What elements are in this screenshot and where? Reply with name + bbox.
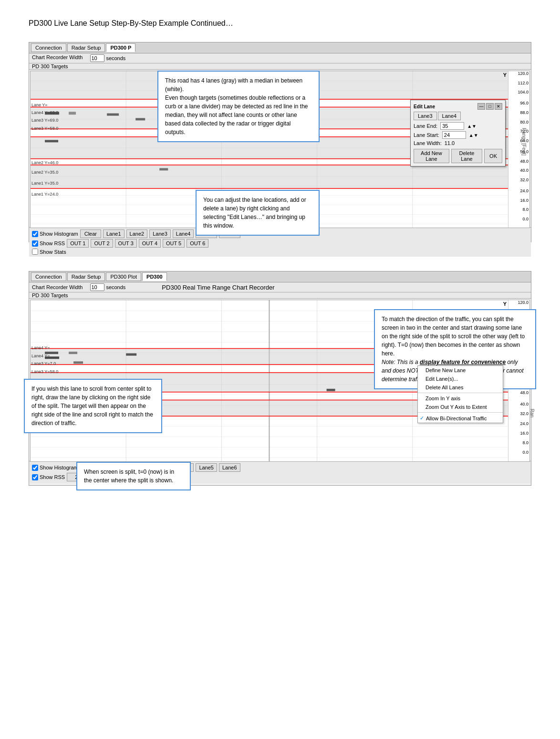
- out5-btn-1[interactable]: OUT 5: [163, 239, 185, 248]
- width-unit-1: seconds: [106, 55, 125, 61]
- svg-rect-18: [69, 112, 76, 114]
- y-val-16: 16.0: [520, 198, 529, 203]
- lane-width-field: Lane Width: 11.0: [414, 140, 502, 146]
- rss-checkbox-2[interactable]: [32, 474, 38, 480]
- s2-y-val-24: 24.0: [520, 421, 529, 426]
- width-input-1[interactable]: [90, 54, 104, 62]
- y-val-88: 88.0: [520, 110, 529, 115]
- out6-btn-1[interactable]: OUT 6: [187, 239, 208, 248]
- targets-label-1: PD 300 Targets: [29, 63, 531, 70]
- lane-label-1: Lane Y=: [31, 103, 48, 107]
- svg-rect-9: [31, 165, 508, 188]
- s2-lane-label-4: Lane3 Y=58.0: [31, 369, 58, 374]
- lane1-btn-1[interactable]: Lane1: [103, 229, 124, 238]
- zoom-out-y-menu[interactable]: Zoom Out Y Axis to Extent: [418, 403, 503, 411]
- section1-wrapper: Connection Radar Setup PD300 P Chart Rec…: [29, 42, 531, 242]
- range-label-1: Range [Feet]: [522, 128, 527, 156]
- add-new-lane-btn[interactable]: Add New Lane: [414, 149, 449, 163]
- lane-end-label: Lane End:: [414, 123, 437, 129]
- rss-checkbox-1[interactable]: [32, 240, 38, 247]
- delete-lane-btn[interactable]: Delete Lane: [451, 149, 482, 163]
- chart-title-2: PD300 Real Time Range Chart Recorder: [162, 284, 274, 291]
- lane-width-value: 11.0: [445, 140, 455, 146]
- tab-pd300-2[interactable]: PD300: [142, 272, 167, 281]
- stats-checkbox-1[interactable]: [32, 249, 38, 255]
- s2-lane5-btn[interactable]: Lane5: [196, 463, 217, 472]
- s2-lane6-btn[interactable]: Lane6: [219, 463, 240, 472]
- out2-btn-1[interactable]: OUT 2: [91, 239, 113, 248]
- out3-btn-1[interactable]: OUT 3: [115, 239, 137, 248]
- zoom-in-y-menu[interactable]: Zoom In Y axis: [418, 394, 503, 403]
- out1-btn-1[interactable]: OUT 1: [67, 239, 89, 248]
- clear-btn-1[interactable]: Clear: [80, 229, 101, 238]
- chart-recorder-width-label-2: Chart Recorder Width: [32, 284, 83, 290]
- callout-main-1: This road has 4 lanes (gray) with a medi…: [157, 71, 320, 142]
- s2-y-val-32: 32.0: [520, 411, 529, 416]
- svg-rect-20: [135, 118, 145, 120]
- lane-end-input[interactable]: [440, 122, 464, 130]
- lane-end-field: Lane End: ▲▼: [414, 122, 502, 130]
- section2-wrapper: Connection Radar Setup PD300 Plot PD300 …: [29, 271, 531, 486]
- callout-text-2: You can adjust the lane locations, add o…: [203, 196, 312, 230]
- s2-lane-label-3: Lane3 Y=7.0: [31, 361, 56, 366]
- tab-bar-1: Connection Radar Setup PD300 P: [29, 42, 531, 53]
- y-val-8: 8.0: [522, 207, 529, 212]
- context-menu-2: Define New Lane Edit Lane(s)... Delete A…: [417, 365, 503, 423]
- s2-y-val-16: 16.0: [520, 431, 529, 436]
- dialog-maximize[interactable]: □: [486, 103, 494, 110]
- width-input-2[interactable]: [90, 283, 104, 291]
- lane-start-label: Lane Start:: [414, 132, 439, 138]
- lane-width-label: Lane Width:: [414, 140, 442, 146]
- out4-btn-1[interactable]: OUT 4: [139, 239, 161, 248]
- lane4-btn-1[interactable]: Lane4: [173, 229, 194, 238]
- show-histogram-check-2[interactable]: Show Histogram: [32, 465, 78, 471]
- tab-connection-1[interactable]: Connection: [31, 43, 66, 52]
- lane2-btn-1[interactable]: Lane2: [126, 229, 148, 238]
- lane-start-field: Lane Start: ▲▼: [414, 131, 502, 139]
- show-histogram-check-1[interactable]: Show Histogram: [32, 231, 78, 237]
- lane-label-7: Lane1 Y=35.0: [31, 181, 58, 186]
- bottom-row-3: Show Stats: [32, 249, 528, 255]
- dialog-close[interactable]: ✕: [495, 103, 502, 110]
- define-new-lane-menu[interactable]: Define New Lane: [418, 366, 503, 375]
- tab-radar-setup-1[interactable]: Radar Setup: [67, 43, 105, 52]
- edit-lanes-menu[interactable]: Edit Lane(s)...: [418, 375, 503, 383]
- callout-left-2: If you wish this lane to scroll from cen…: [24, 379, 162, 433]
- svg-rect-41: [69, 352, 77, 354]
- y-val-48: 48.0: [520, 159, 529, 164]
- y-label-1: Y: [503, 72, 507, 78]
- dialog-minimize[interactable]: —: [477, 103, 485, 110]
- dialog-buttons: Add New Lane Delete Lane OK: [414, 149, 502, 163]
- s2-y-val-0: 0.0: [522, 450, 529, 455]
- tab-connection-2[interactable]: Connection: [31, 272, 66, 281]
- y-val-120: 120.0: [518, 71, 529, 76]
- delete-all-lanes-menu[interactable]: Delete All Lanes: [418, 383, 503, 392]
- y-val-96: 96.0: [520, 101, 529, 105]
- lane3-btn-1[interactable]: Lane3: [149, 229, 171, 238]
- dialog-tab-lane3[interactable]: Lane3: [414, 112, 437, 120]
- s2-lane-label-2: Lane4 Y=: [31, 354, 50, 358]
- edit-lanes-dialog: Edit Lane — □ ✕ Lane3 Lane4 Lane End:: [410, 100, 506, 167]
- lane-label-5: Lane2 Y=46.0: [31, 160, 58, 165]
- lane-end-spinner[interactable]: ▲▼: [467, 124, 477, 129]
- bottom-row-2: Show RSS OUT 1 OUT 2 OUT 3 OUT 4 OUT 5 O…: [32, 239, 528, 248]
- tab-pd300-plot-2[interactable]: PD300 Plot: [106, 272, 141, 281]
- allow-bidirectional-menu[interactable]: ✓ Allow Bi-Directional Traffic: [418, 414, 503, 423]
- callout-bottom-text: When screen is split, t=0 (now) is in th…: [84, 468, 183, 485]
- show-rss-check-1[interactable]: Show RSS: [32, 240, 65, 247]
- lane-label-6: Lane2 Y=35.0: [31, 170, 58, 175]
- tab-pd300-1[interactable]: PD300 P: [106, 43, 135, 52]
- lane-start-input[interactable]: [442, 131, 466, 139]
- tab-radar-setup-2[interactable]: Radar Setup: [67, 272, 105, 281]
- dialog-tab-lane4[interactable]: Lane4: [438, 112, 461, 120]
- lane-start-spinner[interactable]: ▲▼: [469, 133, 478, 138]
- show-stats-check-1[interactable]: Show Stats: [32, 249, 66, 255]
- svg-rect-23: [159, 168, 168, 170]
- histogram-checkbox-1[interactable]: [32, 231, 38, 237]
- lane-label-2: Lane4 Y=69.0: [31, 110, 58, 115]
- show-rss-check-2[interactable]: Show RSS: [32, 474, 65, 480]
- ok-btn[interactable]: OK: [484, 149, 502, 163]
- svg-rect-44: [126, 354, 136, 356]
- histogram-checkbox-2[interactable]: [32, 465, 38, 471]
- lane-label-3: Lane3 Y=69.0: [31, 118, 58, 123]
